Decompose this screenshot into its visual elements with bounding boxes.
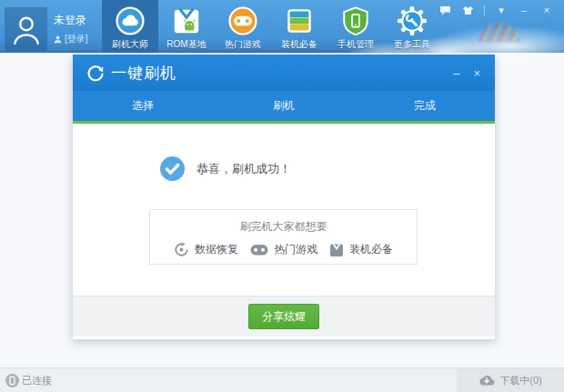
nav-label: 更多工具 bbox=[394, 38, 430, 51]
suggestions-title: 刷完机大家都想要 bbox=[150, 219, 417, 235]
tab-select[interactable]: 选择 bbox=[73, 91, 214, 121]
dialog-close-button[interactable]: × bbox=[473, 67, 480, 79]
user-name: 未登录 bbox=[54, 13, 88, 28]
window-controls: ▾ – × bbox=[438, 5, 553, 15]
nav-item-essential-apps[interactable]: 装机必备 bbox=[271, 0, 327, 53]
titlebar: 未登录 [登录] bbox=[0, 0, 564, 53]
dialog-title: 一键刷机 bbox=[111, 63, 176, 84]
suggest-label: 装机必备 bbox=[349, 242, 393, 257]
nav-label: 装机必备 bbox=[281, 38, 317, 51]
cloud-download-icon bbox=[478, 375, 495, 386]
dialog-footer: 分享炫耀 bbox=[73, 296, 495, 337]
minimize-button[interactable]: – bbox=[518, 5, 530, 15]
divider bbox=[484, 5, 485, 15]
success-row: 恭喜，刷机成功！ bbox=[160, 156, 291, 181]
user-meta: 未登录 [登录] bbox=[54, 7, 88, 51]
suggestions-box: 刷完机大家都想要 数据恢复 bbox=[149, 209, 418, 265]
person-small-icon bbox=[54, 35, 62, 44]
tshirt-icon bbox=[462, 5, 474, 15]
nav-label: 刷机大师 bbox=[112, 38, 148, 51]
user-box: 未登录 [登录] bbox=[5, 7, 88, 51]
connection-status: 已连接 bbox=[0, 374, 52, 387]
nav-item-flash-master[interactable]: 刷机大师 bbox=[102, 0, 158, 53]
one-key-flash-dialog: 一键刷机 – × 选择 刷机 完成 恭喜，刷机成功！ bbox=[73, 55, 495, 339]
stripes-icon bbox=[284, 5, 315, 36]
cloud-icon bbox=[115, 5, 146, 36]
login-link[interactable]: [登录] bbox=[65, 33, 88, 45]
nav-item-rom-base[interactable]: ROM基地 bbox=[158, 0, 215, 53]
refresh-icon bbox=[86, 64, 105, 82]
feedback-button[interactable] bbox=[438, 5, 451, 15]
success-message: 恭喜，刷机成功！ bbox=[196, 161, 291, 177]
nav-label: 手机管理 bbox=[337, 38, 374, 51]
link-data-recovery[interactable]: 数据恢复 bbox=[174, 242, 238, 257]
main-nav: 刷机大师 ROM基地 bbox=[102, 0, 440, 53]
step-tabs: 选择 刷机 完成 bbox=[73, 91, 495, 124]
tab-flash[interactable]: 刷机 bbox=[214, 91, 355, 121]
app-window: 未登录 [登录] bbox=[0, 0, 564, 392]
rainbow-decoration bbox=[478, 22, 520, 42]
bag-icon bbox=[329, 243, 344, 257]
shield-phone-icon bbox=[340, 5, 371, 36]
check-circle-icon bbox=[160, 156, 185, 181]
suggest-label: 数据恢复 bbox=[195, 242, 238, 257]
phone-circle-icon bbox=[5, 374, 19, 387]
avatar[interactable] bbox=[5, 7, 47, 51]
connection-text: 已连接 bbox=[22, 374, 52, 387]
speech-bubble-icon bbox=[439, 5, 451, 15]
tab-finish[interactable]: 完成 bbox=[354, 91, 495, 121]
skin-button[interactable] bbox=[461, 5, 474, 15]
suggest-label: 热门游戏 bbox=[274, 242, 317, 257]
dialog-body: 恭喜，刷机成功！ 刷完机大家都想要 数据恢复 bbox=[73, 124, 495, 296]
rom-bag-icon bbox=[171, 5, 202, 36]
nav-item-more-tools[interactable]: 更多工具 bbox=[384, 0, 440, 53]
link-hot-games[interactable]: 热门游戏 bbox=[250, 242, 317, 257]
dialog-header: 一键刷机 – × bbox=[73, 55, 495, 91]
nav-label: ROM基地 bbox=[166, 38, 206, 51]
person-icon bbox=[9, 11, 44, 47]
nav-item-phone-manager[interactable]: 手机管理 bbox=[327, 0, 384, 53]
statusbar: 已连接 下载中(0) bbox=[0, 367, 564, 392]
restore-icon bbox=[174, 242, 189, 257]
download-status[interactable]: 下载中(0) bbox=[457, 368, 564, 392]
close-button[interactable]: × bbox=[540, 5, 553, 15]
nav-item-hot-games[interactable]: 热门游戏 bbox=[215, 0, 271, 53]
menu-dropdown-button[interactable]: ▾ bbox=[495, 5, 508, 15]
download-text: 下载中(0) bbox=[499, 374, 541, 387]
gamepad-circle-icon bbox=[227, 5, 258, 36]
gamepad-icon bbox=[250, 244, 268, 256]
dialog-minimize-button[interactable]: – bbox=[453, 67, 459, 79]
nav-label: 热门游戏 bbox=[225, 38, 261, 51]
link-essential-apps[interactable]: 装机必备 bbox=[329, 242, 393, 257]
gear-wrench-icon bbox=[397, 5, 428, 36]
share-button[interactable]: 分享炫耀 bbox=[248, 304, 319, 329]
